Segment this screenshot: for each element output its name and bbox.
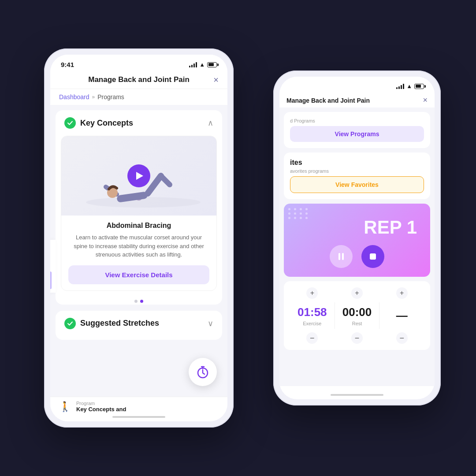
key-concepts-check-icon (64, 117, 76, 129)
front-phone-screen: 9:41 ▲ Manage Back and Joint Pain × D (50, 55, 227, 421)
rep-label: REP 1 (293, 212, 421, 238)
back-screen-content: d Programs View Programs ites avorites p… (279, 108, 435, 386)
suggested-stretches-section: Suggested Stretches ∨ (56, 311, 222, 340)
suggested-stretches-chevron-icon[interactable]: ∨ (208, 319, 213, 328)
timer-fab[interactable] (189, 358, 217, 386)
back-favorites-card: ites avorites programs View Favorites (284, 152, 430, 199)
back-home-indicator (331, 394, 383, 396)
status-time: 9:41 (61, 61, 74, 68)
pause-button[interactable] (330, 245, 353, 268)
front-status-bar: 9:41 ▲ (50, 55, 227, 71)
front-phone: 9:41 ▲ Manage Back and Joint Pain × D (44, 48, 234, 428)
exercise-minus-button[interactable]: − (306, 332, 318, 344)
view-programs-button[interactable]: View Programs (290, 126, 424, 142)
exercise-plus-col: + (290, 287, 335, 301)
back-programs-label: d Programs (290, 118, 424, 123)
front-nav-title: Manage Back and Joint Pain (88, 75, 190, 84)
key-concepts-chevron-icon[interactable]: ∧ (208, 118, 213, 128)
reps-minus-col: − (379, 330, 424, 344)
scroll-thumb (50, 271, 52, 289)
reps-plus-button[interactable]: + (396, 287, 408, 299)
front-battery-icon (207, 62, 217, 67)
exercise-image (61, 136, 216, 216)
rest-timer-value: 00:00 (335, 305, 379, 319)
bottom-bar-icon: 🚶 (59, 401, 71, 413)
exercise-card: Abdominal Bracing Learn to activate the … (61, 136, 217, 291)
back-nav-header: Manage Back and Joint Pain × (279, 92, 435, 108)
back-favorites-label: avorites programs (290, 168, 424, 174)
reps-plus-col: + (379, 287, 424, 301)
back-nav-title: Manage Back and Joint Pain (286, 97, 370, 104)
rest-plus-col: + (335, 287, 379, 301)
reps-value: — (379, 309, 424, 323)
timer-minus-row: − − − (290, 330, 424, 344)
rest-minus-col: − (335, 330, 379, 344)
front-status-icons: ▲ (189, 61, 217, 68)
wifi-icon: ▲ (406, 83, 412, 89)
breadcrumb-dashboard-link[interactable]: Dashboard (59, 93, 89, 100)
rep-dots-decoration (288, 208, 309, 219)
view-exercise-details-button[interactable]: View Exercise Details (68, 265, 209, 284)
signal-icon (396, 84, 404, 89)
front-signal-icon (189, 62, 197, 67)
rest-plus-button[interactable]: + (351, 287, 363, 299)
front-wifi-icon: ▲ (199, 61, 205, 68)
exercise-timer-value: 01:58 (290, 305, 335, 319)
svg-line-4 (161, 176, 170, 185)
rest-timer-label: Rest (335, 321, 379, 326)
suggested-stretches-check-icon (64, 318, 76, 329)
breadcrumb: Dashboard » Programs (50, 89, 227, 105)
play-icon (136, 172, 143, 180)
back-status-bar: ▲ (279, 77, 435, 92)
exercise-plus-button[interactable]: + (306, 287, 318, 299)
rest-time-col: 00:00 Rest (335, 305, 379, 326)
play-button[interactable] (127, 164, 150, 187)
battery-icon (414, 84, 424, 89)
suggested-stretches-title-group: Suggested Stretches (64, 318, 159, 329)
exercise-info: Abdominal Bracing Learn to activate the … (61, 216, 216, 290)
dot-2-active (140, 300, 143, 303)
rep-card: REP 1 (284, 204, 430, 277)
timer-icon (196, 365, 210, 379)
reps-minus-button[interactable]: − (396, 332, 408, 344)
suggested-stretches-title: Suggested Stretches (80, 319, 159, 328)
reps-col: — (379, 309, 424, 323)
front-home-indicator (112, 416, 165, 418)
stop-button[interactable] (361, 245, 384, 268)
back-programs-card: d Programs View Programs (284, 112, 430, 148)
pause-icon (338, 253, 344, 260)
dot-1 (134, 300, 138, 303)
key-concepts-title-group: Key Concepts (64, 117, 133, 129)
view-favorites-button[interactable]: View Favorites (290, 176, 424, 193)
front-close-button[interactable]: × (213, 75, 219, 85)
key-concepts-title: Key Concepts (80, 119, 133, 128)
key-concepts-header: Key Concepts ∧ (56, 110, 222, 136)
timer-plus-row: + + + (290, 287, 424, 301)
rest-minus-button[interactable]: − (351, 332, 363, 344)
breadcrumb-programs: Programs (97, 93, 124, 100)
back-status-icons: ▲ (396, 83, 424, 89)
exercise-time-col: 01:58 Exercise (290, 305, 335, 326)
exercise-description: Learn to activate the muscular corset ar… (68, 233, 209, 259)
bottom-bar-text: Program Key Concepts and (76, 401, 126, 413)
dots-indicator (56, 296, 222, 305)
front-nav-header: Manage Back and Joint Pain × (50, 71, 227, 89)
timer-counters-card: + + + 01:58 Exercise (284, 281, 430, 350)
exercise-timer-label: Exercise (290, 321, 335, 326)
back-favorites-title: ites (290, 159, 424, 167)
bottom-bar-sublabel: Key Concepts and (76, 406, 126, 413)
timer-value-row: 01:58 Exercise 00:00 Rest — (290, 302, 424, 329)
bottom-bar-label: Program (76, 401, 126, 406)
back-close-button[interactable]: × (423, 96, 428, 105)
back-phone: ▲ Manage Back and Joint Pain × d Program… (273, 71, 441, 405)
rep-controls (293, 245, 421, 268)
back-phone-screen: ▲ Manage Back and Joint Pain × d Program… (279, 77, 435, 399)
breadcrumb-separator: » (92, 94, 95, 100)
exercise-name: Abdominal Bracing (68, 222, 209, 230)
key-concepts-section: Key Concepts ∧ (56, 110, 222, 305)
side-scroll-indicator (50, 240, 56, 293)
exercise-minus-col: − (290, 330, 335, 344)
suggested-stretches-header: Suggested Stretches ∨ (56, 311, 222, 336)
stop-icon (370, 253, 376, 260)
